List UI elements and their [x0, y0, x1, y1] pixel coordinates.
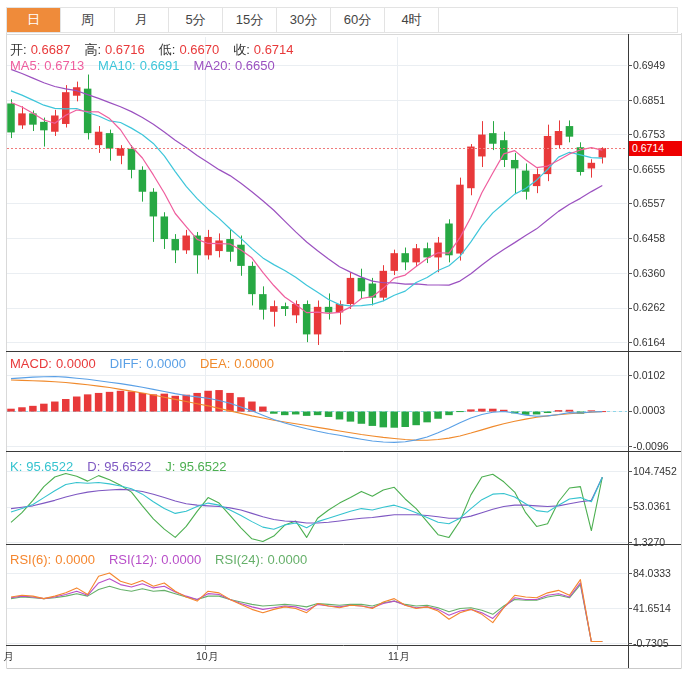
high-label: 高:	[84, 42, 101, 57]
kdj-readout: K:95.6522D:95.6522J:95.6522	[10, 459, 230, 474]
price-axis-tick: 0.6262	[633, 301, 665, 313]
ohlc-readout: 开:0.6687高:0.6716低:0.6670收:0.6714	[10, 41, 298, 59]
ma10-label: MA10:	[98, 58, 136, 73]
macd-label: MACD:	[10, 356, 52, 371]
macd-value: 0.0000	[56, 356, 96, 371]
dea-label: DEA:	[200, 356, 230, 371]
rsi-axis-tick: -0.7305	[633, 637, 669, 649]
tab-4hour[interactable]: 4时	[385, 8, 439, 32]
tab-month[interactable]: 月	[115, 8, 169, 32]
rsi12-label: RSI(12):	[109, 552, 157, 567]
tab-30min[interactable]: 30分	[277, 8, 331, 32]
close-label: 收:	[233, 42, 250, 57]
price-axis-tick: 0.6360	[633, 267, 665, 279]
rsi6-label: RSI(6):	[10, 552, 51, 567]
open-label: 开:	[10, 42, 27, 57]
current-price-tag: 0.6714	[629, 141, 682, 156]
price-axis-tick: 0.6851	[633, 94, 665, 106]
period-tabbar: 日 周 月 5分 15分 30分 60分 4时	[6, 7, 678, 33]
x-axis-label-oct: 10月	[196, 650, 218, 664]
tab-60min[interactable]: 60分	[331, 8, 385, 32]
ma20-label: MA20:	[193, 58, 231, 73]
rsi12-value: 0.0000	[161, 552, 201, 567]
ma5-value: 0.6713	[44, 58, 84, 73]
rsi24-value: 0.0000	[268, 552, 308, 567]
d-label: D:	[87, 459, 100, 474]
rsi24-label: RSI(24):	[215, 552, 263, 567]
price-axis-tick: 0.6949	[633, 59, 665, 71]
d-value: 95.6522	[104, 459, 151, 474]
price-axis-tick: 0.6753	[633, 128, 665, 140]
diff-value: 0.0000	[146, 356, 186, 371]
rsi6-value: 0.0000	[55, 552, 95, 567]
macd-axis-tick: 0.0003	[633, 404, 665, 416]
price-axis-tick: 0.6557	[633, 197, 665, 209]
rsi-readout: RSI(6):0.0000RSI(12):0.0000RSI(24):0.000…	[10, 552, 311, 567]
rsi-axis-tick: 41.6514	[633, 602, 671, 614]
low-label: 低:	[159, 42, 176, 57]
kdj-axis-tick: 53.0361	[633, 500, 671, 512]
ma20-value: 0.6650	[235, 58, 275, 73]
close-value: 0.6714	[254, 42, 294, 57]
k-value: 95.6522	[26, 459, 73, 474]
open-value: 0.6687	[31, 42, 71, 57]
ma5-label: MA5:	[10, 58, 40, 73]
tab-5min[interactable]: 5分	[169, 8, 223, 32]
ma-readout: MA5:0.6713MA10:0.6691MA20:0.6650	[10, 58, 279, 73]
tab-15min[interactable]: 15分	[223, 8, 277, 32]
kdj-axis-tick: 104.7452	[633, 465, 677, 477]
tabbar-filler	[439, 8, 677, 32]
high-value: 0.6716	[105, 42, 145, 57]
dea-value: 0.0000	[234, 356, 274, 371]
diff-label: DIFF:	[110, 356, 143, 371]
tab-week[interactable]: 周	[61, 8, 115, 32]
ma10-value: 0.6691	[140, 58, 180, 73]
price-axis-tick: 0.6458	[633, 232, 665, 244]
x-axis-label-nov: 11月	[388, 650, 409, 664]
tab-day[interactable]: 日	[7, 8, 61, 32]
low-value: 0.6670	[179, 42, 219, 57]
candlestick-chart-canvas[interactable]	[0, 0, 683, 684]
j-value: 95.6522	[179, 459, 226, 474]
k-label: K:	[10, 459, 22, 474]
price-axis-tick: 0.6164	[633, 336, 665, 348]
x-axis-label-sep: 月	[3, 650, 14, 664]
macd-axis-tick: -0.0096	[633, 440, 669, 452]
price-axis-tick: 0.6655	[633, 163, 665, 175]
macd-axis-tick: 0.0102	[633, 369, 665, 381]
j-label: J:	[165, 459, 175, 474]
macd-readout: MACD:0.0000DIFF:0.0000DEA:0.0000	[10, 356, 278, 371]
kdj-axis-tick: 1.3270	[633, 536, 665, 548]
stock-chart-app: 日 周 月 5分 15分 30分 60分 4时 开:0.6687高:0.6716…	[0, 0, 683, 684]
rsi-axis-tick: 84.0333	[633, 567, 671, 579]
